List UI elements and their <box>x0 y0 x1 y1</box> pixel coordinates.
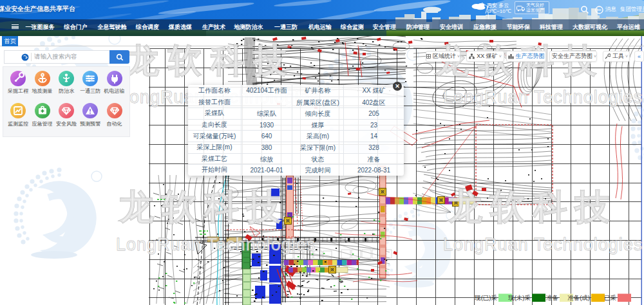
svg-text:准备(成): 准备(成) <box>567 294 590 301</box>
svg-text:龙软科技: 龙软科技 <box>118 187 289 226</box>
svg-text:LongRuan Technologies: LongRuan Technologies <box>443 235 643 254</box>
svg-text:龙软科技: 龙软科技 <box>124 42 296 79</box>
svg-text:现(已)采: 现(已)采 <box>474 294 497 301</box>
svg-text:准备: 准备 <box>546 294 559 301</box>
svg-text:现(未)采: 现(未)采 <box>507 294 531 301</box>
svg-text:龙软科技: 龙软科技 <box>447 187 618 226</box>
svg-text:LongRuan Technologies: LongRuan Technologies <box>443 88 643 107</box>
svg-text:已采: 已采 <box>604 294 617 301</box>
svg-text:LongRuan Technologies: LongRuan Technologies <box>116 235 316 254</box>
